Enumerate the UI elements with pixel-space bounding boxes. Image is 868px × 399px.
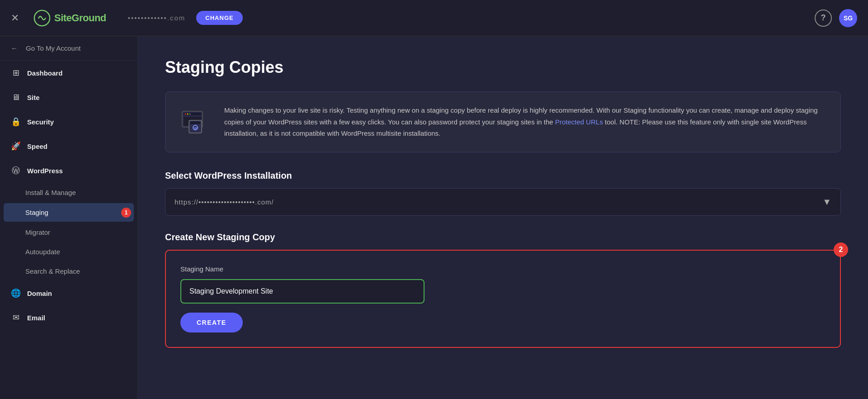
sidebar-speed-label: Speed [27,142,47,150]
sidebar-item-security[interactable]: 🔒 Security [0,109,137,134]
sidebar-dashboard-label: Dashboard [27,69,62,77]
step1-badge: 1 [121,208,131,218]
dropdown-arrow-icon: ▼ [822,197,831,207]
close-button[interactable]: ✕ [11,12,19,24]
sidebar-item-site[interactable]: 🖥 Site [0,85,137,109]
sidebar-sub-install-manage[interactable]: Install & Manage [0,183,137,202]
sidebar-sub-staging[interactable]: Staging 1 [4,203,134,222]
security-icon: 🔒 [11,117,21,127]
info-text: Making changes to your live site is risk… [224,104,826,139]
protected-urls-link[interactable]: Protected URLs [555,118,603,126]
change-button[interactable]: CHANGE [196,11,242,25]
speed-icon: 🚀 [11,141,21,151]
dashboard-icon: ⊞ [11,68,21,78]
install-manage-label: Install & Manage [25,189,76,196]
wordpress-icon: Ⓦ [11,166,21,176]
svg-rect-8 [190,122,200,124]
step2-badge: 2 [834,242,848,257]
staging-name-label: Staging Name [180,265,826,273]
sidebar-item-wordpress[interactable]: Ⓦ WordPress [0,158,137,183]
domain-display: ••••••••••••.com [128,14,186,22]
sidebar-wordpress-label: WordPress [27,167,63,175]
svg-text:W: W [194,126,198,130]
main-layout: ← Go To My Account ⊞ Dashboard 🖥 Site 🔒 … [0,36,868,399]
info-box: W Making changes to your live site is ri… [165,91,841,152]
select-section-title: Select WordPress Installation [165,171,841,181]
sidebar: ← Go To My Account ⊞ Dashboard 🖥 Site 🔒 … [0,36,138,399]
content-area: Staging Copies W Making changes t [138,36,868,399]
staging-label: Staging [25,209,48,216]
svg-point-4 [187,114,189,115]
create-staging-copy-box: 2 Staging Name CREATE [165,250,841,348]
logo-text: SiteGround [54,12,106,24]
domain-icon: 🌐 [11,288,21,298]
svg-rect-2 [184,113,201,115]
create-button[interactable]: CREATE [180,313,243,332]
select-current-value: https://••••••••••••••••••••.com/ [175,198,274,206]
sidebar-domain-label: Domain [27,290,52,297]
sidebar-sub-autoupdate[interactable]: Autoupdate [0,242,137,261]
sidebar-sub-search-replace[interactable]: Search & Replace [0,261,137,281]
staging-active-wrapper: Staging 1 [25,209,127,216]
sidebar-item-domain[interactable]: 🌐 Domain [0,281,137,305]
create-section-title: Create New Staging Copy [165,232,841,242]
logo: SiteGround [33,10,106,27]
sidebar-site-label: Site [27,94,40,101]
site-icon: 🖥 [11,92,21,102]
header-right: ? SG [815,9,857,27]
wordpress-installation-select[interactable]: https://••••••••••••••••••••.com/ ▼ [165,188,841,216]
search-replace-label: Search & Replace [25,267,80,275]
staging-name-input[interactable] [180,279,425,304]
sidebar-email-label: Email [27,314,45,322]
autoupdate-label: Autoupdate [25,248,60,256]
sidebar-item-speed[interactable]: 🚀 Speed [0,134,137,158]
go-back-label: Go To My Account [26,44,80,52]
go-to-my-account[interactable]: ← Go To My Account [0,36,137,61]
logo-icon [33,10,51,27]
svg-point-5 [189,114,191,115]
help-button[interactable]: ? [815,10,832,27]
sidebar-item-email[interactable]: ✉ Email [0,305,137,330]
sidebar-item-dashboard[interactable]: ⊞ Dashboard [0,61,137,85]
page-title: Staging Copies [165,58,841,77]
sidebar-sub-migrator[interactable]: Migrator [0,223,137,242]
avatar: SG [839,9,857,27]
migrator-label: Migrator [25,228,50,236]
svg-point-3 [185,114,186,115]
back-arrow-icon: ← [11,44,18,52]
email-icon: ✉ [11,313,21,323]
staging-illustration: W [180,104,212,136]
sidebar-security-label: Security [27,118,54,126]
header: ✕ SiteGround ••••••••••••.com CHANGE ? S… [0,0,868,36]
